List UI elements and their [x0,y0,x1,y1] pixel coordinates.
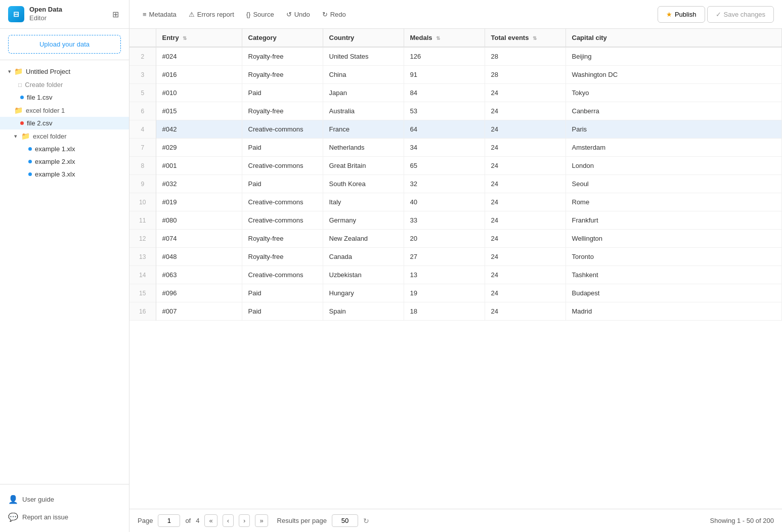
table-row[interactable]: 6 #015 Royalty-free Australia 53 24 Canb… [129,102,782,120]
cell-medals[interactable]: 34 [404,139,485,157]
sidebar-toggle-button[interactable]: ⊞ [110,8,121,21]
cell-capital[interactable]: Wellington [566,230,782,248]
cell-medals[interactable]: 84 [404,84,485,102]
cell-total-events[interactable]: 24 [485,139,566,157]
cell-category[interactable]: Creative-commons [242,157,323,175]
cell-country[interactable]: Netherlands [323,139,404,157]
cell-total-events[interactable]: 24 [485,284,566,302]
cell-medals[interactable]: 32 [404,175,485,193]
table-row[interactable]: 13 #048 Royalty-free Canada 27 24 Toront… [129,248,782,266]
cell-total-events[interactable]: 24 [485,266,566,284]
sidebar-item-example3xlx[interactable]: example 3.xlx [0,168,129,181]
cell-category[interactable]: Creative-commons [242,193,323,211]
upload-data-button[interactable]: Upload your data [8,35,121,54]
cell-entry[interactable]: #063 [156,266,242,284]
cell-entry[interactable]: #024 [156,47,242,66]
cell-country[interactable]: France [323,120,404,139]
user-guide-button[interactable]: 👤 User guide [0,491,129,508]
undo-button[interactable]: ↺ Undo [281,8,315,21]
cell-medals[interactable]: 33 [404,211,485,230]
cell-total-events[interactable]: 24 [485,211,566,230]
project-root[interactable]: ▾ 📁 Untitled Project [0,64,129,78]
table-row[interactable]: 10 #019 Creative-commons Italy 40 24 Rom… [129,193,782,211]
cell-medals[interactable]: 19 [404,284,485,302]
cell-country[interactable]: Italy [323,193,404,211]
cell-total-events[interactable]: 28 [485,66,566,84]
table-row[interactable]: 5 #010 Paid Japan 84 24 Tokyo [129,84,782,102]
cell-total-events[interactable]: 24 [485,157,566,175]
cell-capital[interactable]: Beijing [566,47,782,66]
errors-report-button[interactable]: ⚠ Errors report [184,8,239,21]
cell-capital[interactable]: Frankfurt [566,211,782,230]
cell-category[interactable]: Creative-commons [242,266,323,284]
first-page-button[interactable]: « [204,514,217,527]
cell-capital[interactable]: Rome [566,193,782,211]
table-row[interactable]: 7 #029 Paid Netherlands 34 24 Amsterdam [129,139,782,157]
cell-total-events[interactable]: 24 [485,175,566,193]
cell-category[interactable]: Royalty-free [242,47,323,66]
create-folder-button[interactable]: □ Create folder [0,78,129,91]
cell-medals[interactable]: 27 [404,248,485,266]
cell-entry[interactable]: #080 [156,211,242,230]
cell-entry[interactable]: #096 [156,284,242,302]
cell-country[interactable]: South Korea [323,175,404,193]
cell-entry[interactable]: #048 [156,248,242,266]
sidebar-item-example2xlx[interactable]: example 2.xlx [0,155,129,168]
cell-category[interactable]: Creative-commons [242,120,323,139]
cell-country[interactable]: Great Britain [323,157,404,175]
table-row[interactable]: 16 #007 Paid Spain 18 24 Madrid [129,302,782,321]
redo-button[interactable]: ↻ Redo [317,8,351,21]
cell-capital[interactable]: Madrid [566,302,782,321]
cell-capital[interactable]: Toronto [566,248,782,266]
cell-category[interactable]: Paid [242,284,323,302]
cell-country[interactable]: Hungary [323,284,404,302]
sidebar-item-excelfolder1[interactable]: 📁 excel folder 1 [0,104,129,117]
cell-total-events[interactable]: 24 [485,120,566,139]
cell-capital[interactable]: Tashkent [566,266,782,284]
cell-country[interactable]: Canada [323,248,404,266]
page-number-input[interactable] [158,514,180,527]
cell-total-events[interactable]: 24 [485,84,566,102]
cell-category[interactable]: Royalty-free [242,102,323,120]
cell-entry[interactable]: #074 [156,230,242,248]
prev-page-button[interactable]: ‹ [223,514,234,527]
sidebar-item-file2csv[interactable]: file 2.csv [0,117,129,129]
table-row[interactable]: 15 #096 Paid Hungary 19 24 Budapest [129,284,782,302]
table-row[interactable]: 2 #024 Royalty-free United States 126 28… [129,47,782,66]
col-header-entry[interactable]: Entry ⇅ [156,29,242,47]
cell-total-events[interactable]: 24 [485,102,566,120]
cell-medals[interactable]: 20 [404,230,485,248]
cell-total-events[interactable]: 24 [485,193,566,211]
table-row[interactable]: 11 #080 Creative-commons Germany 33 24 F… [129,211,782,230]
cell-medals[interactable]: 65 [404,157,485,175]
cell-total-events[interactable]: 24 [485,230,566,248]
col-header-total-events[interactable]: Total events ⇅ [485,29,566,47]
cell-category[interactable]: Creative-commons [242,211,323,230]
cell-country[interactable]: Uzbekistan [323,266,404,284]
last-page-button[interactable]: » [255,514,268,527]
cell-total-events[interactable]: 24 [485,248,566,266]
cell-medals[interactable]: 126 [404,47,485,66]
cell-country[interactable]: Spain [323,302,404,321]
cell-capital[interactable]: Canberra [566,102,782,120]
cell-category[interactable]: Paid [242,139,323,157]
cell-entry[interactable]: #016 [156,66,242,84]
save-changes-button[interactable]: ✓ Save changes [707,6,774,23]
cell-category[interactable]: Paid [242,175,323,193]
cell-category[interactable]: Paid [242,84,323,102]
cell-country[interactable]: Japan [323,84,404,102]
cell-category[interactable]: Royalty-free [242,248,323,266]
cell-country[interactable]: New Zealand [323,230,404,248]
cell-capital[interactable]: Seoul [566,175,782,193]
cell-medals[interactable]: 13 [404,266,485,284]
cell-category[interactable]: Royalty-free [242,66,323,84]
cell-capital[interactable]: Tokyo [566,84,782,102]
table-row[interactable]: 14 #063 Creative-commons Uzbekistan 13 2… [129,266,782,284]
cell-country[interactable]: Australia [323,102,404,120]
cell-total-events[interactable]: 24 [485,302,566,321]
table-row[interactable]: 8 #001 Creative-commons Great Britain 65… [129,157,782,175]
source-button[interactable]: {} Source [241,8,279,21]
cell-country[interactable]: China [323,66,404,84]
cell-entry[interactable]: #042 [156,120,242,139]
cell-medals[interactable]: 64 [404,120,485,139]
